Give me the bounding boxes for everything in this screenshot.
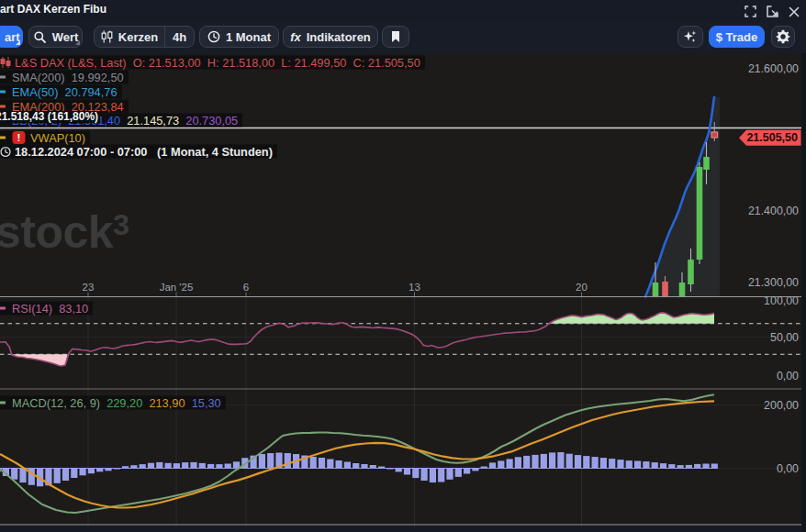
svg-text:!: ! xyxy=(17,132,21,143)
